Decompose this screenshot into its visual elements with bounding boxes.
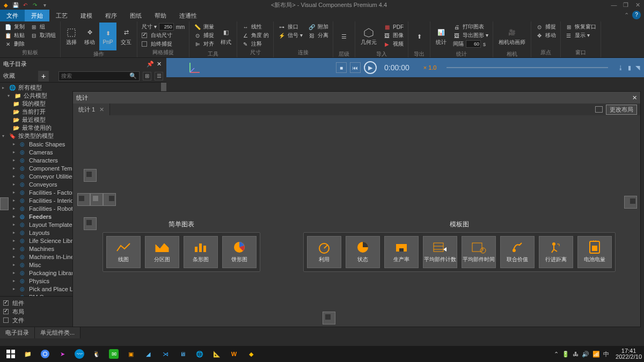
detach-button[interactable]: ⛓分离 (306, 31, 331, 40)
help-icon[interactable]: ? (632, 11, 641, 19)
stats-button[interactable]: 📊统计 (433, 23, 450, 50)
tab-connect[interactable]: 连通性 (173, 10, 203, 21)
dock-handle[interactable] (77, 193, 90, 206)
chart-card[interactable]: 分区图 (145, 236, 179, 268)
dock-handle[interactable] (103, 193, 116, 206)
timeline-slider[interactable] (447, 67, 609, 68)
tray-volume-icon[interactable]: 🔊 (582, 351, 589, 358)
dock-handle-right[interactable] (624, 196, 637, 209)
collapse-ribbon-icon[interactable]: ⌃ (624, 12, 629, 19)
tray-ime-icon[interactable]: 中 (603, 350, 609, 358)
change-layout-button[interactable]: 更改布局 (606, 105, 637, 115)
filter-file-check[interactable] (3, 317, 9, 323)
measure-button[interactable]: 📏测量 (192, 23, 216, 31)
tab-drawing[interactable]: 图纸 (123, 10, 148, 21)
stats-tab-1[interactable]: 统计 1✕ (73, 104, 110, 115)
import-pdf-button[interactable]: ▦PDF (381, 23, 406, 31)
always-snap-check[interactable]: 始终捕捉 (140, 40, 187, 48)
template-card[interactable]: 平均部件时间 (462, 236, 496, 268)
taskbar-clock[interactable]: 17:41 2022/2/10 (616, 348, 642, 360)
camera-animator-button[interactable]: 🎥相机动画师 (495, 23, 529, 50)
chart-card[interactable]: 条形图 (184, 236, 218, 268)
vc-app-icon[interactable]: ◆ (243, 346, 260, 362)
dock-handle-bottom[interactable] (323, 312, 335, 324)
geometry-button[interactable]: 几何元 (357, 23, 380, 50)
show-button[interactable]: ☰显示 ▾ (563, 31, 598, 40)
grid-view-button[interactable]: ⊞ (143, 72, 151, 80)
search-input[interactable]: 🔍 (58, 71, 140, 81)
dock-handle-center[interactable] (90, 193, 103, 206)
import-video-button[interactable]: ▶视频 (381, 40, 406, 48)
template-card[interactable]: 状态 (346, 236, 380, 268)
sim-reset-button[interactable]: ■ (336, 62, 347, 73)
origin-move-button[interactable]: ✥移动 (533, 31, 558, 40)
tab-program[interactable]: 程序 (99, 10, 123, 21)
ungroup-button[interactable]: ⊟取消组 (28, 31, 58, 40)
tray-network-icon[interactable]: 🖧 (573, 351, 579, 357)
interval-row[interactable]: 间隔60s (451, 40, 491, 48)
layer-button[interactable]: ☰ (335, 23, 353, 50)
sim-speed[interactable]: × 1.0 (423, 64, 437, 71)
bottom-tab-ecatalog[interactable]: 电子目录 (0, 327, 35, 338)
export-button[interactable]: ⬆ (411, 23, 428, 50)
add-favorite-button[interactable]: + (38, 71, 49, 82)
bottom-tab-unit[interactable]: 单元组件类... (35, 327, 80, 338)
vscode-icon[interactable]: ⋊ (157, 346, 174, 362)
system-tray[interactable]: ⌃ 🔋 🖧 🔊 📶 中 17:41 2022/2/10 (554, 348, 642, 360)
import-image-button[interactable]: 🖼图像 (381, 31, 406, 40)
wechat-icon[interactable]: ✉ (105, 346, 122, 362)
chart-card[interactable]: 线图 (106, 236, 141, 268)
dingtalk-icon[interactable]: 〰 (71, 346, 88, 362)
save-icon[interactable]: 💾 (12, 1, 19, 9)
tray-battery-icon[interactable]: 🔋 (562, 351, 569, 358)
filter-layout-check[interactable] (3, 309, 9, 314)
maximize-button[interactable]: ❐ (621, 2, 630, 9)
copy-button[interactable]: 📄复制 (2, 23, 27, 31)
tray-wifi-icon[interactable]: 📶 (592, 351, 600, 358)
group-button[interactable]: ⊞组 (28, 23, 58, 31)
close-button[interactable]: ✕ (633, 2, 642, 9)
chrome-icon[interactable] (36, 346, 54, 362)
dock-handle[interactable] (84, 169, 97, 182)
template-card[interactable]: 平均部件计数 (423, 236, 457, 268)
start-menu-icon[interactable] (2, 346, 19, 362)
align-button[interactable]: ⊫对齐 (192, 40, 216, 48)
timeline-camera-icon[interactable]: ▮ (628, 64, 631, 71)
interact-button[interactable]: ⇄交互 (118, 23, 135, 50)
select-button[interactable]: 选择 (63, 23, 80, 50)
vm-icon[interactable]: ▣ (122, 346, 140, 362)
stats-tab-close-icon[interactable]: ✕ (99, 106, 104, 113)
angle-button[interactable]: ∠角度 的 (239, 31, 271, 40)
cursor-app-icon[interactable]: ➤ (54, 346, 71, 362)
pnp-button[interactable]: ⬍PnP (99, 23, 116, 50)
tab-model[interactable]: 建模 (74, 10, 99, 21)
auto-size-check[interactable]: 自动尺寸 (140, 31, 187, 40)
redo-icon[interactable]: ↷ (31, 1, 39, 9)
matlab-icon[interactable]: 📐 (208, 346, 225, 362)
timeline-export-icon[interactable]: ⭳ (618, 64, 624, 71)
close-panel-icon[interactable]: ✕ (155, 61, 163, 68)
tree-all-models[interactable]: ▸🌐所有模型 (0, 84, 166, 92)
paste-button[interactable]: 📋粘贴 (2, 31, 27, 40)
chart-card[interactable]: 饼形图 (222, 236, 257, 268)
stats-screen-icon[interactable] (595, 106, 603, 113)
dock-handle[interactable] (84, 217, 97, 230)
w-app-icon[interactable]: W (225, 346, 243, 362)
search-field[interactable] (61, 73, 129, 79)
explorer-icon[interactable]: 📁 (19, 346, 36, 362)
qat-dropdown-icon[interactable]: ▾ (41, 1, 48, 9)
attach-button[interactable]: 🔗附加 (306, 23, 331, 31)
style-button[interactable]: ◧样式 (217, 23, 235, 50)
timeline-rec-icon[interactable]: ◥ (635, 64, 640, 71)
tray-chevron-icon[interactable]: ⌃ (554, 351, 559, 358)
tab-craft[interactable]: 工艺 (49, 10, 74, 21)
qq-icon[interactable]: 🐧 (88, 346, 105, 362)
dock-handle-left[interactable] (0, 197, 9, 210)
minimize-button[interactable]: — (610, 2, 618, 9)
print-chart-button[interactable]: 🖨打印图表 (451, 23, 491, 31)
stats-close-icon[interactable]: ✕ (632, 94, 637, 101)
annotation-button[interactable]: ✎注释 (239, 40, 271, 48)
search-icon[interactable]: 🔍 (129, 72, 137, 79)
sim-rewind-button[interactable]: ⏮ (350, 62, 361, 73)
template-card[interactable]: 电池电量 (577, 236, 612, 268)
